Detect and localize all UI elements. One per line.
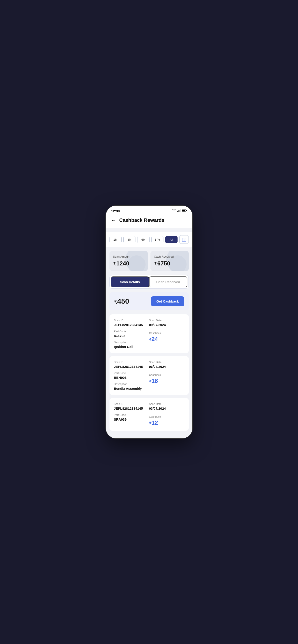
cashback-rupee-symbol: ₹	[114, 299, 117, 305]
part-code-value-0: ICA702	[114, 334, 149, 338]
description-value-0: Ignition Coil	[114, 345, 149, 348]
svg-rect-16	[184, 240, 184, 240]
tab-cash-received[interactable]: Cash Received	[149, 276, 187, 287]
cashback-field-label-0: Cashback	[149, 332, 184, 335]
signal-icon	[177, 209, 181, 213]
page-title: Cashback Rewards	[119, 217, 165, 223]
svg-rect-6	[182, 210, 185, 212]
scan-amount-rupee: ₹	[113, 262, 116, 266]
cash-received-card: Cash Received ₹6750	[150, 251, 189, 271]
cashback-field-value-0: ₹24	[149, 336, 184, 342]
svg-rect-3	[179, 210, 179, 212]
cash-received-label: Cash Received	[154, 255, 185, 258]
phone-screen: 12:30	[106, 206, 192, 438]
get-cashback-button[interactable]: Get Cashback	[151, 296, 184, 306]
description-value-1: Bendix Assembly	[114, 386, 149, 390]
calendar-button[interactable]	[179, 235, 189, 244]
status-icons	[172, 209, 187, 213]
scan-date-value-0: 09/07/2024	[149, 323, 184, 327]
svg-rect-12	[183, 240, 183, 240]
svg-rect-7	[186, 210, 187, 211]
cashback-field-label-2: Cashback	[149, 415, 184, 418]
scan-id-value-1: JEPL82812334145	[114, 365, 149, 368]
scan-card-1: Scan ID JEPL82812334145 Part Code BEN003…	[110, 356, 189, 395]
scan-id-label-0: Scan ID	[114, 319, 149, 322]
filter-all[interactable]: All	[165, 236, 177, 243]
scan-card-2: Scan ID JEPL82812334145 Part Code SRA039…	[110, 398, 189, 431]
svg-rect-14	[185, 240, 185, 240]
part-code-label-1: Part Code	[114, 372, 149, 375]
scan-id-label-1: Scan ID	[114, 361, 149, 364]
wifi-icon	[172, 209, 176, 213]
cashback-field-label-1: Cashback	[149, 374, 184, 376]
scan-card-0: Scan ID JEPL82812334145 Part Code ICA702…	[110, 314, 189, 353]
header: ← Cashback Rewards	[106, 215, 192, 228]
scan-date-label-2: Scan Date	[149, 402, 184, 406]
filter-row: 1M 3M 6M 1 Yr All	[106, 232, 192, 247]
cashback-field-value-2: ₹12	[149, 419, 184, 426]
phone-frame: 12:30	[105, 205, 193, 439]
cashback-total-amount: ₹450	[114, 297, 129, 306]
svg-rect-15	[183, 240, 183, 240]
back-button[interactable]: ←	[111, 217, 116, 223]
filter-1yr[interactable]: 1 Yr	[151, 236, 163, 243]
scan-id-label-2: Scan ID	[114, 402, 149, 406]
scan-date-label-1: Scan Date	[149, 361, 184, 364]
part-code-value-2: SRA039	[114, 418, 149, 421]
description-label-0: Description	[114, 341, 149, 344]
filter-3m[interactable]: 3M	[123, 236, 135, 243]
part-code-value-1: BEN003	[114, 376, 149, 380]
svg-rect-13	[184, 240, 184, 240]
part-code-label-0: Part Code	[114, 330, 149, 333]
scan-date-value-2: 03/07/2024	[149, 406, 184, 410]
scan-date-label-0: Scan Date	[149, 319, 184, 322]
tab-switcher: Scan Details Cash Received	[110, 275, 189, 289]
battery-icon	[182, 209, 187, 213]
cash-received-value: ₹6750	[154, 260, 185, 267]
status-bar: 12:30	[106, 206, 192, 215]
scan-id-value-2: JEPL82812334145	[114, 406, 149, 410]
scan-id-value-0: JEPL82812334145	[114, 323, 149, 327]
description-label-1: Description	[114, 382, 149, 386]
scan-amount-value: ₹1240	[113, 260, 144, 267]
tab-scan-details[interactable]: Scan Details	[111, 276, 149, 287]
scan-amount-label: Scan Amount	[113, 255, 144, 258]
scan-amount-card: Scan Amount ₹1240	[110, 251, 148, 271]
filter-1m[interactable]: 1M	[110, 236, 122, 243]
status-time: 12:30	[111, 209, 120, 213]
stats-row: Scan Amount ₹1240 Cash Received ₹6750	[110, 251, 189, 271]
svg-rect-2	[178, 210, 178, 212]
svg-point-0	[174, 211, 174, 212]
part-code-label-2: Part Code	[114, 414, 149, 416]
svg-rect-4	[180, 209, 180, 212]
cashback-field-value-1: ₹18	[149, 378, 184, 384]
filter-6m[interactable]: 6M	[137, 236, 149, 243]
cash-received-rupee: ₹	[154, 262, 157, 266]
svg-rect-1	[177, 211, 178, 212]
cashback-banner: ₹450 Get Cashback	[110, 292, 189, 310]
scan-date-value-1: 06/07/2024	[149, 365, 184, 368]
